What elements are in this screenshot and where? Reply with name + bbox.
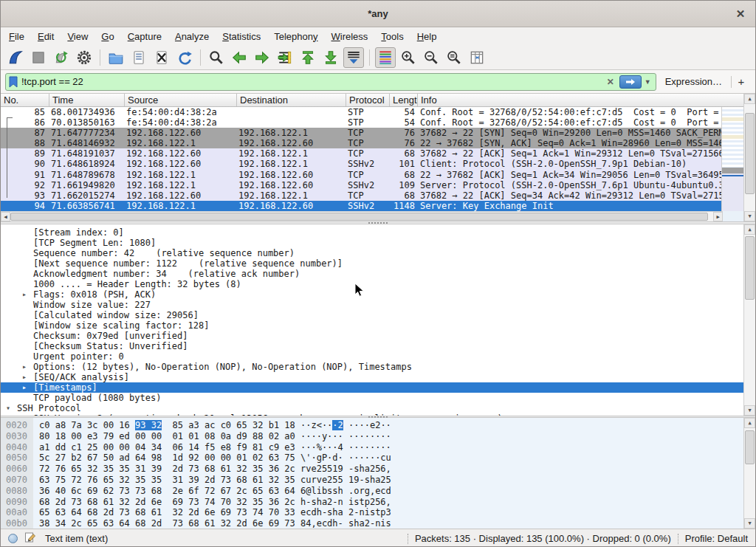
bookmark-icon[interactable] [8, 76, 18, 88]
detail-line[interactable]: Window size value: 227 [1, 300, 745, 310]
bytes-vscroll-thumb[interactable] [745, 430, 755, 464]
resize-columns-button[interactable] [467, 47, 487, 68]
go-last-packet-button[interactable] [320, 47, 341, 68]
detail-line[interactable]: Acknowledgment number: 34 (relative ack … [1, 269, 745, 279]
close-icon[interactable]: ✕ [733, 7, 748, 21]
clear-filter-icon[interactable]: ✕ [605, 77, 616, 87]
column-time[interactable]: Time [49, 94, 125, 106]
menu-help[interactable]: Help [410, 29, 444, 44]
column-no[interactable]: No. [1, 94, 49, 106]
detail-line[interactable]: [Checksum Status: Unverified] [1, 341, 745, 351]
detail-line[interactable]: [Calculated window size: 29056] [1, 310, 745, 320]
expand-icon[interactable]: ▸ [22, 289, 27, 300]
collapse-icon[interactable]: ▾ [6, 403, 10, 413]
scroll-down-icon[interactable]: ▼ [744, 518, 755, 529]
go-back-button[interactable] [229, 47, 250, 68]
go-to-packet-button[interactable] [275, 47, 295, 68]
hex-row[interactable]: 007063 75 72 76 65 32 35 35 31 39 2d 73 … [1, 475, 745, 486]
stop-capture-button[interactable] [28, 47, 49, 68]
profile-status[interactable]: Profile: Default [685, 533, 748, 544]
detail-line[interactable]: Sequence number: 42 (relative sequence n… [1, 248, 745, 258]
packet-row[interactable]: 8871.648146932192.168.122.1192.168.122.6… [1, 138, 723, 148]
menu-capture[interactable]: Capture [121, 29, 168, 44]
packet-row[interactable]: 9471.663856741192.168.122.1192.168.122.6… [1, 201, 723, 211]
menu-view[interactable]: View [61, 29, 94, 44]
menu-go[interactable]: Go [94, 29, 120, 44]
packet-row[interactable]: 9371.662015274192.168.122.60192.168.122.… [1, 190, 723, 201]
go-first-packet-button[interactable] [298, 47, 318, 68]
expand-icon[interactable]: ▸ [22, 362, 27, 372]
packet-row[interactable]: 9171.648789678192.168.122.1192.168.122.6… [1, 170, 723, 180]
zoom-in-button[interactable] [398, 47, 419, 68]
hex-row[interactable]: 0040a1 dd c1 25 00 00 04 34 06 14 f5 e8 … [1, 442, 745, 453]
scroll-right-icon[interactable]: ▶ [713, 212, 723, 221]
packet-row[interactable]: 8670.013850163fe:54:00:d4:38:2aSTP54Conf… [1, 117, 723, 128]
column-destination[interactable]: Destination [237, 94, 346, 106]
expand-icon[interactable]: ▸ [22, 372, 27, 382]
menu-telephony[interactable]: Telephony [267, 29, 324, 44]
go-forward-button[interactable] [252, 47, 272, 68]
column-info[interactable]: Info [418, 94, 745, 106]
packet-list-hscroll-thumb[interactable] [10, 213, 708, 221]
open-file-button[interactable] [106, 47, 126, 68]
scroll-down-icon[interactable]: ▼ [744, 211, 755, 221]
zoom-out-button[interactable] [421, 47, 441, 68]
packet-row[interactable]: 9271.661949820192.168.122.1192.168.122.6… [1, 180, 723, 190]
detail-line[interactable]: [Next sequence number: 1122 (relative se… [1, 258, 745, 269]
scroll-left-icon[interactable]: ◀ [1, 212, 10, 221]
start-capture-button[interactable] [5, 47, 26, 68]
filter-dropdown-icon[interactable]: ▼ [645, 78, 653, 86]
hex-row[interactable]: 003080 18 00 e3 79 ed 00 00 01 01 08 0a … [1, 431, 745, 442]
packet-row[interactable]: 8568.001734936fe:54:00:d4:38:2aSTP54Conf… [1, 107, 723, 117]
detail-line[interactable]: ▸[Timestamps] [1, 382, 745, 393]
packet-list-vscrollbar[interactable]: ▲ ▼ [743, 94, 755, 221]
capture-comment-icon[interactable] [24, 531, 36, 546]
apply-filter-button[interactable] [619, 75, 642, 89]
scroll-up-icon[interactable]: ▲ [744, 418, 755, 428]
detail-line[interactable]: [Stream index: 0] [1, 227, 745, 238]
display-filter-box[interactable]: ✕ ▼ [5, 73, 656, 91]
scroll-up-icon[interactable]: ▲ [744, 94, 755, 104]
menu-edit[interactable]: Edit [31, 29, 61, 44]
menu-statistics[interactable]: Statistics [216, 29, 267, 44]
packet-row[interactable]: 8771.647777234192.168.122.60192.168.122.… [1, 128, 723, 138]
intelligent-scrollbar-minimap[interactable] [721, 107, 743, 211]
hex-row[interactable]: 00b038 34 2c 65 63 64 68 2d 73 68 61 32 … [1, 518, 745, 529]
auto-scroll-toggle[interactable] [343, 47, 364, 68]
add-filter-button[interactable]: + [732, 75, 751, 88]
expression-button[interactable]: Expression… [656, 76, 731, 87]
hex-row[interactable]: 008036 40 6c 69 62 73 73 68 2e 6f 72 67 … [1, 486, 745, 497]
detail-line[interactable]: Checksum: 0x79ed [unverified] [1, 331, 745, 341]
column-source[interactable]: Source [125, 94, 237, 106]
details-vscrollbar[interactable]: ▲ ▼ [743, 224, 755, 416]
details-vscroll-thumb[interactable] [745, 236, 755, 300]
scroll-up-icon[interactable]: ▲ [744, 224, 755, 235]
menu-tools[interactable]: Tools [374, 29, 410, 44]
detail-line[interactable]: 1000 .... = Header Length: 32 bytes (8) [1, 279, 745, 289]
hex-row[interactable]: 00505c 27 b2 67 50 ad 64 98 1d 92 00 00 … [1, 453, 745, 464]
capture-options-button[interactable] [74, 47, 94, 68]
packet-list-vscroll-thumb[interactable] [745, 113, 755, 194]
expert-info-icon[interactable] [8, 534, 18, 543]
scroll-down-icon[interactable]: ▼ [744, 405, 755, 416]
hex-row[interactable]: 009068 2d 73 68 61 32 2d 6e 69 73 74 70 … [1, 497, 745, 508]
packet-row[interactable]: 9071.648618924192.168.122.60192.168.122.… [1, 159, 723, 169]
zoom-original-button[interactable] [444, 47, 464, 68]
bytes-vscrollbar[interactable]: ▲ ▼ [743, 418, 755, 529]
title-bar[interactable]: *any ✕ [1, 1, 755, 27]
hex-row[interactable]: 00a065 63 64 68 2d 73 68 61 32 2d 6e 69 … [1, 507, 745, 518]
detail-line[interactable]: ▾SSH Protocol [1, 403, 745, 413]
reload-button[interactable] [174, 47, 195, 68]
packet-row[interactable]: 8971.648191037192.168.122.60192.168.122.… [1, 148, 723, 159]
detail-line[interactable]: ▸Flags: 0x018 (PSH, ACK) [1, 289, 745, 300]
find-packet-button[interactable] [206, 47, 227, 68]
save-file-button[interactable] [128, 47, 149, 68]
menu-file[interactable]: File [2, 29, 31, 44]
menu-analyze[interactable]: Analyze [168, 29, 216, 44]
detail-line[interactable]: ▸[SEQ/ACK analysis] [1, 372, 745, 382]
expand-icon[interactable]: ▸ [22, 382, 27, 393]
column-length[interactable]: Length [390, 94, 418, 106]
hex-row[interactable]: 006072 76 65 32 35 35 31 39 2d 73 68 61 … [1, 464, 745, 475]
close-file-button[interactable] [151, 47, 172, 68]
detail-line[interactable]: TCP payload (1080 bytes) [1, 393, 745, 403]
